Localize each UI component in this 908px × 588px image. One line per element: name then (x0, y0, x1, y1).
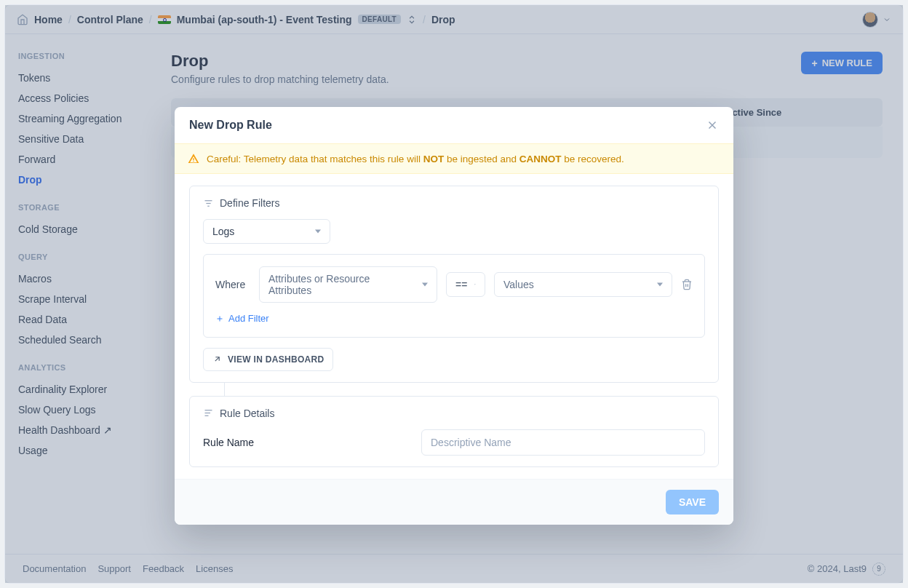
define-filters-heading: Define Filters (220, 197, 279, 209)
add-filter-button[interactable]: Add Filter (215, 313, 269, 324)
where-label: Where (215, 279, 250, 290)
modal-title: New Drop Rule (189, 119, 272, 132)
warning-icon (188, 153, 199, 164)
operator-select[interactable]: == (446, 272, 485, 297)
attribute-select[interactable]: Attributes or Resource Attributes (259, 266, 437, 303)
new-drop-rule-modal: New Drop Rule Careful: Telemetry data th… (175, 107, 733, 525)
define-filters-panel: Define Filters Logs Where Attributes or … (189, 186, 719, 383)
values-select[interactable]: Values (494, 272, 672, 297)
warning-text: Careful: Telemetry data that matches thi… (207, 154, 624, 164)
trash-icon[interactable] (681, 279, 693, 290)
warning-alert: Careful: Telemetry data that matches thi… (175, 143, 733, 174)
attribute-placeholder: Attributes or Resource Attributes (268, 273, 415, 296)
save-button[interactable]: SAVE (666, 490, 719, 514)
caret-down-icon (657, 282, 663, 287)
filter-conditions-box: Where Attributes or Resource Attributes … (203, 254, 705, 338)
values-placeholder: Values (503, 279, 534, 290)
rule-details-panel: Rule Details Rule Name (189, 396, 719, 467)
svg-line-7 (215, 357, 219, 361)
list-icon (203, 408, 214, 418)
panel-connector (224, 383, 719, 396)
plus-icon (215, 314, 224, 323)
rule-name-input[interactable] (421, 429, 705, 456)
filter-row: Where Attributes or Resource Attributes … (215, 266, 693, 303)
telemetry-type-value: Logs (212, 226, 234, 237)
rule-name-label: Rule Name (203, 437, 407, 448)
filter-icon (203, 198, 214, 209)
rule-details-heading: Rule Details (220, 408, 274, 419)
caret-down-icon (422, 282, 428, 287)
caret-down-icon (315, 229, 321, 234)
external-link-icon (212, 354, 222, 364)
caret-down-icon (474, 282, 476, 287)
view-in-dashboard-label: VIEW IN DASHBOARD (228, 354, 324, 365)
view-in-dashboard-button[interactable]: VIEW IN DASHBOARD (203, 348, 333, 371)
operator-value: == (455, 279, 467, 290)
close-icon[interactable] (706, 119, 719, 132)
telemetry-type-select[interactable]: Logs (203, 219, 330, 244)
add-filter-label: Add Filter (228, 313, 269, 324)
